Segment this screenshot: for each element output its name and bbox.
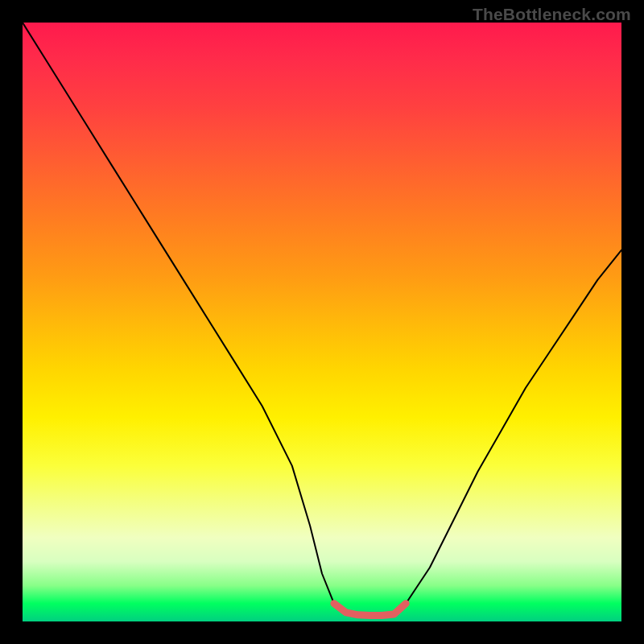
- chart-frame: TheBottleneck.com: [0, 0, 644, 644]
- plot-area: [23, 23, 621, 621]
- curve-overlay: [23, 23, 621, 621]
- watermark-text: TheBottleneck.com: [473, 5, 631, 24]
- bottleneck-curve-path: [23, 23, 621, 616]
- optimal-band-path: [334, 604, 406, 616]
